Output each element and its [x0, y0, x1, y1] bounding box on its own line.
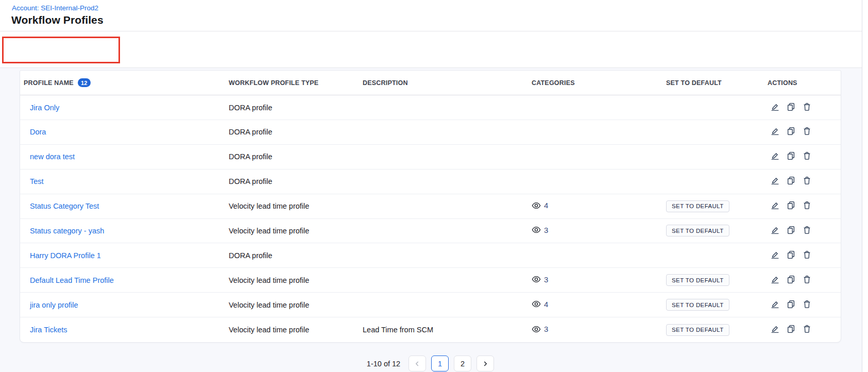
profile-name-link[interactable]: Jira Only [30, 104, 59, 112]
set-to-default-badge[interactable]: SET TO DEFAULT [666, 225, 729, 236]
actions-cell [764, 151, 841, 162]
pagination-page-button-1[interactable]: 1 [431, 356, 449, 371]
workflow-profiles-page: Account: SEI-Internal-Prod2 Workflow Pro… [0, 0, 868, 372]
copy-button[interactable] [787, 103, 795, 111]
edit-icon [771, 325, 779, 333]
edit-button[interactable] [771, 103, 779, 111]
set-to-default-cell: SET TO DEFAULT [662, 225, 764, 236]
copy-button[interactable] [787, 226, 795, 234]
delete-button[interactable] [803, 103, 811, 111]
set-to-default-cell: SET TO DEFAULT [662, 274, 764, 286]
eye-icon [532, 299, 541, 309]
edit-button[interactable] [771, 275, 779, 284]
actions-cell [764, 103, 841, 113]
workflow-profiles-table: Profile Name 12 Workflow Profile Type De… [20, 70, 841, 343]
edit-icon [771, 176, 779, 185]
edit-icon [771, 275, 779, 284]
page-header: Account: SEI-Internal-Prod2 Workflow Pro… [0, 0, 862, 31]
copy-button[interactable] [787, 127, 795, 136]
edit-button[interactable] [771, 325, 779, 333]
categories-cell: 3 [528, 225, 662, 236]
pagination-prev-button[interactable] [409, 356, 426, 371]
description-cell: Lead Time from SCM [359, 326, 528, 334]
edit-button[interactable] [771, 201, 779, 210]
copy-icon [787, 325, 795, 333]
profile-name-link[interactable]: new dora test [30, 153, 75, 161]
copy-button[interactable] [787, 201, 795, 210]
delete-button[interactable] [803, 151, 811, 160]
copy-icon [787, 275, 795, 284]
edit-button[interactable] [771, 226, 779, 234]
table-row: Dora DORA profile [20, 120, 841, 145]
profile-name-link[interactable]: Status category - yash [30, 227, 104, 235]
set-to-default-cell: SET TO DEFAULT [662, 299, 764, 311]
set-to-default-badge[interactable]: SET TO DEFAULT [666, 324, 729, 336]
copy-button[interactable] [787, 176, 795, 185]
column-header-set-to-default[interactable]: Set to Default [662, 79, 764, 87]
set-to-default-badge[interactable]: SET TO DEFAULT [666, 274, 729, 286]
profile-name-link[interactable]: Status Category Test [30, 202, 99, 210]
delete-button[interactable] [803, 275, 811, 284]
copy-button[interactable] [787, 300, 795, 309]
column-header-profile-name[interactable]: Profile Name 12 [20, 78, 225, 87]
copy-icon [787, 176, 795, 185]
actions-cell [764, 176, 841, 187]
table-row: new dora test DORA profile [20, 145, 841, 170]
profile-type-cell: Velocity lead time profile [225, 326, 359, 334]
delete-button[interactable] [803, 201, 811, 210]
eye-icon [532, 225, 541, 234]
edit-button[interactable] [771, 176, 779, 185]
profile-name-cell: Jira Tickets [20, 326, 225, 334]
trash-icon [803, 176, 811, 185]
column-header-actions: Actions [764, 79, 841, 87]
set-to-default-badge[interactable]: SET TO DEFAULT [666, 299, 729, 311]
profile-name-link[interactable]: Test [30, 177, 44, 185]
profile-name-link[interactable]: Default Lead Time Profile [30, 276, 114, 284]
pagination-range-label: 1-10 of 12 [367, 360, 400, 368]
delete-button[interactable] [803, 300, 811, 309]
edit-button[interactable] [771, 300, 779, 309]
delete-button[interactable] [803, 226, 811, 234]
copy-button[interactable] [787, 250, 795, 259]
delete-button[interactable] [803, 250, 811, 259]
pagination-page-button-2[interactable]: 2 [454, 356, 471, 371]
categories-cell: 4 [528, 201, 662, 212]
copy-icon [787, 300, 795, 309]
category-count: 3 [544, 325, 548, 333]
profile-type-cell: DORA profile [225, 251, 359, 260]
column-header-categories[interactable]: Categories [528, 79, 662, 87]
profile-type-cell: DORA profile [225, 128, 359, 136]
profile-type-cell: DORA profile [225, 177, 359, 185]
categories-cell: 3 [528, 275, 662, 285]
delete-button[interactable] [803, 127, 811, 136]
eye-icon [532, 325, 541, 334]
toolbar: New Workflow Profile [0, 32, 862, 68]
profile-name-link[interactable]: Harry DORA Profile 1 [30, 251, 101, 260]
copy-button[interactable] [787, 275, 795, 284]
edit-button[interactable] [771, 250, 779, 259]
profile-type-cell: Velocity lead time profile [225, 202, 359, 210]
copy-button[interactable] [787, 325, 795, 333]
profile-type-cell: Velocity lead time profile [225, 227, 359, 235]
account-breadcrumb-link[interactable]: Account: SEI-Internal-Prod2 [12, 4, 98, 12]
edit-button[interactable] [771, 127, 779, 136]
table-row: Test DORA profile [20, 170, 841, 194]
delete-button[interactable] [803, 176, 811, 185]
eye-icon [532, 275, 541, 284]
profile-name-link[interactable]: jira only profile [30, 301, 78, 309]
column-header-description[interactable]: Description [359, 79, 528, 87]
profile-type-cell: DORA profile [225, 104, 359, 112]
chevron-left-icon [414, 360, 421, 367]
profile-name-link[interactable]: Dora [30, 128, 46, 136]
chevron-right-icon [482, 360, 489, 367]
profile-name-link[interactable]: Jira Tickets [30, 326, 67, 334]
edit-button[interactable] [771, 151, 779, 160]
profile-name-cell: jira only profile [20, 301, 225, 309]
categories-cell: 3 [528, 325, 662, 335]
set-to-default-badge[interactable]: SET TO DEFAULT [666, 200, 729, 212]
column-header-profile-type[interactable]: Workflow Profile Type [225, 79, 359, 87]
copy-button[interactable] [787, 151, 795, 160]
delete-button[interactable] [803, 325, 811, 333]
table-row: jira only profile Velocity lead time pro… [20, 293, 841, 317]
pagination-next-button[interactable] [476, 356, 494, 371]
